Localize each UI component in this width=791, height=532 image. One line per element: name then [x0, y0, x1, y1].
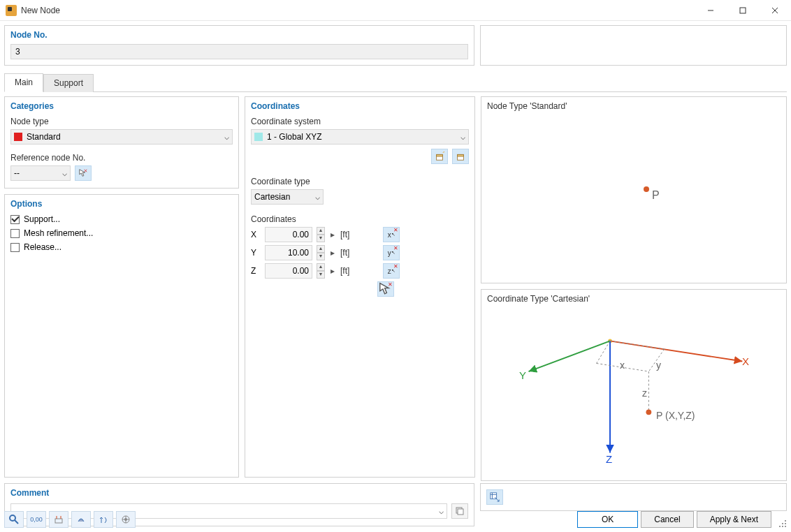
table-settings-button[interactable] — [486, 489, 503, 505]
x-unit: [ft] — [340, 230, 349, 239]
y-spinner[interactable]: ▲▼ — [317, 245, 325, 260]
svg-rect-23 — [55, 519, 62, 523]
node-no-input[interactable] — [10, 44, 468, 59]
coord-type-label: Coordinate type — [251, 177, 469, 186]
window-title: New Node — [21, 6, 60, 15]
coord-type-value: Cartesian — [254, 192, 290, 202]
chevron-down-icon: ⌵ — [460, 132, 465, 142]
close-button[interactable] — [759, 0, 791, 21]
apply-next-button[interactable]: Apply & Next — [697, 511, 771, 528]
option-mesh-refinement[interactable]: Mesh refinement... — [10, 228, 233, 238]
svg-line-13 — [529, 341, 611, 371]
release-checkbox[interactable] — [10, 243, 20, 252]
y-input[interactable] — [265, 245, 312, 260]
node-type-preview-panel: Node Type 'Standard' P — [481, 96, 787, 283]
coord-type-select[interactable]: Cartesian ⌵ — [251, 189, 324, 205]
support-checkbox[interactable] — [10, 215, 20, 224]
mesh-label: Mesh refinement... — [24, 228, 93, 238]
window-controls — [695, 0, 791, 21]
x-spinner[interactable]: ▲▼ — [317, 227, 325, 242]
coordinates-title: Coordinates — [251, 101, 469, 111]
coordinates-panel: Coordinates Coordinate system 1 - Global… — [245, 96, 475, 478]
tabs: Main Support — [4, 73, 787, 92]
options-title: Options — [10, 199, 233, 209]
resize-grip[interactable] — [777, 518, 787, 528]
chevron-down-icon: ⌵ — [315, 192, 320, 202]
ref-node-select[interactable]: -- ⌵ — [10, 165, 71, 181]
z-axis-preview-label: Z — [606, 453, 612, 465]
categories-title: Categories — [10, 101, 233, 111]
x-input[interactable] — [265, 227, 312, 242]
coord-type-preview: X Y Z x y z P (X,Y,Z) — [487, 304, 781, 466]
z-spinner[interactable]: ▲▼ — [317, 263, 325, 279]
right-tools-panel — [480, 483, 787, 511]
node-type-preview: P — [487, 111, 781, 269]
node-type-select[interactable]: Standard ⌵ — [10, 129, 233, 145]
top-right-spacer — [480, 25, 787, 66]
svg-text:✶: ✶ — [442, 152, 444, 156]
option-support[interactable]: Support... — [10, 214, 233, 224]
pick-z-button[interactable]: z↖✕ — [383, 263, 400, 279]
chevron-down-icon: ⌵ — [224, 132, 229, 142]
coord-system-label: Coordinate system — [251, 117, 469, 126]
pick-x-button[interactable]: x↖✕ — [383, 227, 400, 242]
svg-rect-1 — [740, 8, 746, 13]
axes-diagram — [487, 304, 781, 466]
categories-panel: Categories Node type Standard ⌵ Referenc… — [4, 96, 239, 189]
pick-y-button[interactable]: y↖✕ — [383, 245, 400, 260]
pick-node-button[interactable] — [75, 165, 92, 181]
options-panel: Options Support... Mesh refinement... Re… — [4, 194, 239, 478]
help-button[interactable] — [4, 511, 24, 528]
svg-line-12 — [610, 341, 742, 361]
pxyz-label: P (X,Y,Z) — [656, 410, 695, 421]
y-unit: [ft] — [340, 248, 349, 258]
support-label: Support... — [24, 214, 60, 224]
tool-c-button[interactable] — [94, 511, 113, 528]
coord-z-row: Z ▲▼ ▸ [ft] z↖✕ — [251, 263, 469, 279]
cancel-button[interactable]: Cancel — [641, 511, 693, 528]
tab-support[interactable]: Support — [43, 74, 94, 92]
option-release[interactable]: Release... — [10, 242, 233, 252]
mesh-checkbox[interactable] — [10, 229, 20, 238]
edit-coord-system-button[interactable] — [452, 149, 469, 164]
svg-point-15 — [646, 409, 651, 415]
point-label: P — [652, 189, 660, 202]
z-expand-icon[interactable]: ▸ — [329, 266, 336, 276]
ref-node-label: Reference node No. — [10, 153, 233, 163]
coord-x-row: X ▲▼ ▸ [ft] x↖✕ — [251, 227, 469, 242]
node-type-swatch-icon — [14, 133, 22, 141]
x-axis-label: X — [251, 230, 261, 239]
x-axis-preview-label: X — [742, 355, 749, 367]
node-type-label: Node type — [10, 117, 233, 126]
coord-system-swatch-icon — [254, 133, 263, 141]
tab-main[interactable]: Main — [4, 73, 43, 92]
z-axis-label: Z — [251, 266, 261, 276]
y-expand-icon[interactable]: ▸ — [329, 248, 336, 258]
release-label: Release... — [24, 242, 61, 252]
tool-d-button[interactable] — [116, 511, 136, 528]
z-unit: [ft] — [340, 266, 349, 276]
coord-system-select[interactable]: 1 - Global XYZ ⌵ — [251, 129, 469, 145]
titlebar: New Node — [0, 0, 791, 21]
minimize-button[interactable] — [695, 0, 727, 21]
point-icon — [644, 186, 649, 192]
pick-xyz-button[interactable]: ✕ — [377, 281, 394, 297]
coord-system-value: 1 - Global XYZ — [267, 132, 322, 142]
coords-sub-label: Coordinates — [251, 214, 469, 224]
chevron-down-icon: ⌵ — [62, 168, 67, 178]
svg-point-21 — [10, 515, 15, 521]
tool-b-button[interactable] — [71, 511, 91, 528]
z-input[interactable] — [265, 263, 312, 279]
bottom-bar: 0,00 OK Cancel Apply & Next — [4, 511, 787, 528]
maximize-button[interactable] — [727, 0, 759, 21]
node-no-label: Node No. — [10, 30, 468, 40]
ok-button[interactable]: OK — [577, 511, 638, 528]
svg-rect-10 — [458, 154, 464, 156]
units-button[interactable]: 0,00 — [27, 511, 46, 528]
x-expand-icon[interactable]: ▸ — [329, 230, 336, 239]
new-coord-system-button[interactable]: ✶ — [431, 149, 448, 164]
tool-a-button[interactable] — [49, 511, 68, 528]
coord-type-preview-panel: Coordinate Type 'Cartesian' — [481, 289, 787, 481]
y-axis-label: Y — [251, 248, 261, 258]
svg-line-22 — [15, 520, 18, 524]
